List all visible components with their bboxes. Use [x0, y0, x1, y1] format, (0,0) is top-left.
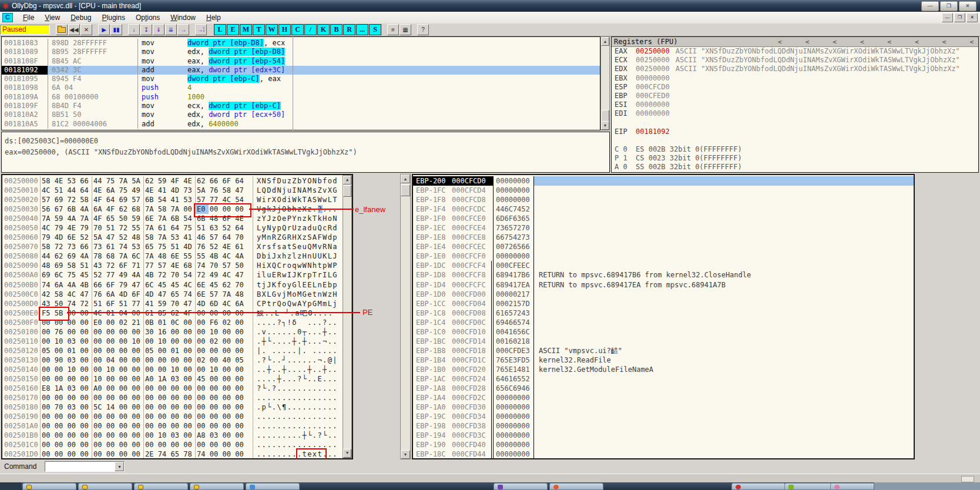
info-pane[interactable]: ds:[0025003C]=000000E0 eax=00250000, (AS…	[1, 132, 610, 173]
stack-row[interactable]: EBP-1D0000CFD0000000217	[413, 290, 914, 299]
disassembly-row[interactable]: 0018109F8B4D F4movecx, dword ptr [ebp-C]	[2, 102, 600, 110]
scrollbar-thumb[interactable]	[401, 184, 410, 196]
dump-scrollbar[interactable]: ▲ ▼	[343, 175, 352, 458]
register-row-eip[interactable]: EIP00181092	[612, 127, 978, 136]
stack-row[interactable]: EBP-1A8000CFD28656C6946	[413, 384, 914, 393]
menu-item-plugins[interactable]: Plugins	[97, 12, 130, 23]
stack-row[interactable]: EBP-1A4000CFD2C00000000	[413, 393, 914, 402]
stack-row[interactable]: EBP-1B0000CFD20765E1481kernel32.GetModul…	[413, 365, 914, 374]
flag-row[interactable]: P 1CS 0023 32bit 0(FFFFFFFF)	[612, 154, 978, 163]
register-row[interactable]: EBP000CFED0	[612, 92, 978, 100]
stack-row[interactable]: EBP-1A0000CFD3000000000	[413, 402, 914, 412]
mdi-minimize-button[interactable]: —	[942, 13, 953, 22]
collapse-chevron-icon[interactable]	[778, 38, 782, 46]
scrollbar-thumb[interactable]	[343, 185, 351, 197]
hex-dump-row[interactable]: 0025011000100300000000100010000000020000…	[2, 337, 352, 346]
go-to-button[interactable]: →⁞	[195, 24, 207, 35]
stack-row[interactable]: EBP-1C0000CFD100041656C	[413, 327, 914, 337]
stack-row[interactable]: EBP-1EC000CFCE473657270	[413, 223, 914, 233]
pane-button-T[interactable]: T	[253, 24, 265, 35]
hex-dump-row[interactable]: 002500804462694A78687A6C7A486E55554B4C4A…	[2, 251, 352, 261]
stack-row[interactable]: EBP-1D8000CFCF8689417B6RETURN to mpsvc.6…	[413, 270, 914, 280]
animate-over-button[interactable]: ⇊	[165, 24, 177, 35]
stack-row[interactable]: EBP-1CC000CFD040002157D	[413, 299, 914, 308]
register-row[interactable]: EDX00250000ASCII "XNSfDuzZbYONbfodLQDdNj…	[612, 65, 978, 73]
collapse-chevron-icon[interactable]	[969, 38, 974, 46]
taskbar-button[interactable]	[22, 483, 76, 490]
pane-button-E[interactable]: E	[227, 24, 239, 35]
hex-dump-row[interactable]: 0025014000001000001000000000100000100000…	[2, 365, 352, 374]
stack-row[interactable]: EBP-1F0000CFCE06D6F6365	[413, 214, 914, 223]
hex-dump-row[interactable]: 00250020576972584F6469576B54415357774C54…	[2, 195, 352, 204]
step-over-button[interactable]: ↧	[140, 24, 152, 35]
hex-dump-row[interactable]: 00250160E81A0300A00000000000000000000000…	[2, 384, 352, 393]
menu-item-debug[interactable]: Debug	[65, 12, 96, 23]
register-row[interactable]: EDI00000000	[612, 109, 978, 118]
hex-dump-row[interactable]: 002501B0000000000000000000100300A8030000…	[2, 431, 352, 440]
collapse-chevron-icon[interactable]	[806, 38, 810, 46]
taskbar-button[interactable]	[246, 483, 300, 490]
hex-dump-row[interactable]: 0025017000000000000000000000000000000000…	[2, 393, 352, 402]
register-row[interactable]: ECX00250000ASCII "XNSfDuzZbYONbfodLQDdNj…	[612, 56, 978, 65]
stack-row[interactable]: EBP-1E0000CFCF000000000	[413, 251, 914, 261]
pane-button-R[interactable]: R	[343, 24, 355, 35]
stack-row[interactable]: EBP-1D4000CFCFC689417EARETURN to mpsvc.6…	[413, 280, 914, 290]
collapse-chevron-icon[interactable]	[915, 38, 919, 46]
stack-pane[interactable]: EBP-200000CFCD000000000EBP-1FC000CFCD400…	[412, 174, 915, 459]
taskbar-button[interactable]	[731, 483, 786, 490]
scroll-up-icon[interactable]: ▲	[343, 176, 351, 184]
pane-button-K[interactable]: K	[317, 24, 330, 35]
taskbar-button[interactable]	[494, 483, 548, 490]
disassembly-row[interactable]: 001810A581C2 00004006addedx, 6400000	[2, 120, 600, 129]
stack-scrollbar[interactable]: ▲ ▼	[400, 174, 411, 459]
scroll-up-icon[interactable]: ▲	[601, 37, 609, 46]
pane-button-W[interactable]: W	[266, 24, 278, 35]
menu-item-view[interactable]: View	[39, 12, 65, 23]
disassembly-row[interactable]: 0018108F8B45 ACmoveax, dword ptr [ebp-54…	[2, 57, 600, 66]
scroll-down-icon[interactable]: ▼	[343, 449, 351, 458]
pane-button-M[interactable]: M	[240, 24, 252, 35]
taskbar-button[interactable]	[190, 483, 244, 490]
help-button[interactable]: ?	[417, 24, 429, 35]
collapse-chevron-icon[interactable]	[833, 38, 837, 46]
minimize-button[interactable]: —	[921, 1, 939, 11]
command-input[interactable]: ▼	[45, 461, 125, 472]
pane-button-B[interactable]: B	[330, 24, 343, 35]
stack-row[interactable]: EBP-1C8000CFD0861657243	[413, 308, 914, 318]
menu-item-file[interactable]: File	[18, 12, 39, 23]
disassembly-row[interactable]: 001810A28B51 50movedx, dword ptr [ecx+50…	[2, 110, 600, 119]
disassembly-row[interactable]: 001810986A 04push4	[2, 83, 600, 92]
hex-dump-row[interactable]: 002500C042584C47766A4D6F4D4765746E577A48…	[2, 290, 352, 299]
hex-dump-row[interactable]: 0025007058727366736174536575514D76524E61…	[2, 242, 352, 251]
step-into-button[interactable]: ↓	[128, 24, 140, 35]
dropdown-arrow-icon[interactable]: ▼	[115, 462, 124, 471]
flag-row[interactable]: A 0SS 002B 32bit 0(FFFFFFFF)	[612, 163, 978, 172]
pane-button-more[interactable]: ...	[356, 24, 368, 35]
stack-row[interactable]: EBP-1DC000CFCF4000CFEEC	[413, 261, 914, 270]
menu-item-help[interactable]: Help	[201, 12, 226, 23]
taskbar-button[interactable]	[78, 483, 132, 490]
collapse-chevron-icon[interactable]	[860, 38, 864, 46]
disassembly-row[interactable]: 001810958945 F4movdword ptr [ebp-C], eax	[2, 75, 600, 83]
register-row[interactable]: EBX00000000	[612, 74, 978, 83]
hex-dump-row[interactable]: 00250180007003005C1400000000000000000000…	[2, 402, 352, 412]
mdi-restore-button[interactable]: ❐	[954, 13, 965, 22]
taskbar-button[interactable]	[134, 483, 188, 490]
hex-dump-row[interactable]: 0025013000900300000400000000000002004005…	[2, 355, 352, 365]
hex-dump-row[interactable]: 0025010000760000000000003016000000100000…	[2, 327, 352, 337]
disassembly-scrollbar[interactable]: ▲ ▼	[600, 36, 610, 130]
collapse-chevron-icon[interactable]	[888, 38, 892, 46]
stack-row[interactable]: EBP-1AC000CFD2464616552	[413, 374, 914, 384]
hex-dump-row[interactable]: 0025019000000000000000000000000000000000…	[2, 412, 352, 421]
scroll-up-icon[interactable]: ▲	[401, 174, 410, 183]
stack-row[interactable]: EBP-1F4000CFCDC446C7452	[413, 204, 914, 214]
hex-dump-row[interactable]: 002500407A594A7A4F6550596E7A6B546B486F4E…	[2, 214, 352, 223]
pause-button[interactable]: ▮▮	[110, 24, 122, 35]
hex-dump-row[interactable]: 002500B0746A4A4B666F79476C45454C6E456270…	[2, 280, 352, 290]
hex-dump-row[interactable]: 002500904869585143726F7177574E6874705750…	[2, 261, 352, 270]
pane-button-S[interactable]: S	[369, 24, 381, 35]
mdi-close-button[interactable]: ✕	[966, 13, 978, 22]
scroll-down-icon[interactable]: ▼	[401, 450, 410, 459]
run-button[interactable]: ▶	[98, 24, 110, 35]
disassembly-row[interactable]: 0018109A68 00100000push1000	[2, 93, 600, 102]
